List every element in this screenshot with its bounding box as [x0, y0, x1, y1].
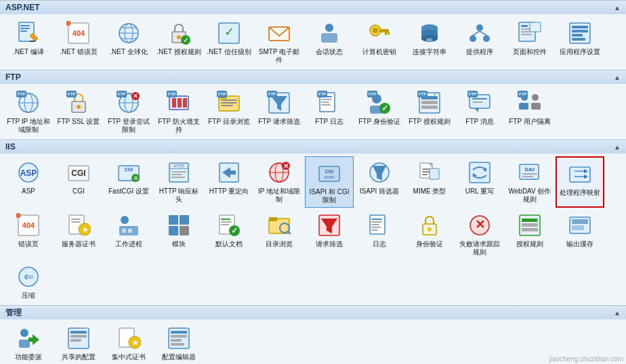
item-http-resp[interactable]: HTTP HTTP 响应标头 — [154, 156, 203, 208]
item-pagecontrols[interactable]: 页面和控件 — [505, 17, 554, 67]
item-ftp-dir[interactable]: FTP FTP 目录浏览 — [205, 87, 253, 137]
svg-rect-82 — [421, 106, 438, 109]
item-ftp-msg[interactable]: FTP FTP 消息 — [455, 87, 504, 137]
item-central-cert[interactable]: ★ 集中式证书 — [104, 322, 153, 364]
icon-box-ftp-filter: FTP — [266, 89, 293, 116]
item-config-editor[interactable]: 配置编辑器 — [154, 322, 203, 364]
item-default-doc[interactable]: ✓ 默认文档 — [205, 209, 253, 259]
svg-text:✓: ✓ — [231, 226, 238, 235]
svg-rect-74 — [321, 104, 331, 106]
item-modules[interactable]: 模块 — [154, 209, 203, 259]
icon-grid-mgmt: 功能委派 ✓ 共享的配置 ★ 集中式证书 配置编辑器 — [0, 319, 626, 364]
label-central-cert: 集中式证书 — [112, 353, 146, 361]
icon-box-error-page: 404 ! — [15, 212, 42, 239]
label-dir-browse: 目录浏览 — [266, 240, 293, 248]
item-isapi-cgi[interactable]: CGIISAPI ISAPI 和 CGI限制 — [305, 156, 354, 208]
item-ip-domain[interactable]: ✕ IP 地址和域限制 — [255, 156, 304, 208]
item-ftp-ssl[interactable]: FTP FTP SSL 设置 — [54, 87, 103, 137]
item-ftp-log[interactable]: FTP FTP 日志 — [305, 87, 354, 137]
section-header-mgmt[interactable]: 管理 ▲ — [0, 306, 626, 319]
item-fastcgi[interactable]: CGI⚙ FastCGI 设置 — [104, 156, 153, 208]
svg-point-170 — [427, 227, 432, 231]
item-req-filter[interactable]: 请求筛选 — [305, 209, 354, 259]
label-http-redir: HTTP 重定向 — [209, 187, 249, 196]
item-log[interactable]: 日志 — [355, 209, 404, 259]
icon-box-modules — [165, 212, 192, 239]
item-ftp-auth[interactable]: ✓ FTP FTP 身份验证 — [355, 87, 404, 137]
section-label-iis: IIS — [5, 142, 16, 152]
item-ftp-perm[interactable]: ✓ FTP FTP 授权规则 — [405, 87, 454, 137]
item-appsettings[interactable]: 应用程序设置 — [556, 17, 604, 67]
svg-rect-21 — [321, 33, 337, 43]
section-header-aspnet[interactable]: ASP.NET ▲ — [0, 1, 626, 14]
svg-rect-72 — [321, 99, 332, 100]
item-dotnet-edit[interactable]: .NET 编译 — [4, 17, 53, 67]
item-worker[interactable]: 工作进程 — [104, 209, 153, 259]
item-error-page[interactable]: 404 ! 错误页 — [4, 209, 53, 259]
icon-box-ftp-ip: FTP — [15, 89, 42, 116]
item-mime[interactable]: MIME 类型 — [405, 156, 454, 208]
svg-rect-142 — [71, 221, 81, 223]
item-http-redir[interactable]: HTTP 重定向 — [205, 156, 253, 208]
label-mime: MIME 类型 — [413, 187, 446, 196]
item-ftp-login[interactable]: ✕ FTP FTP 登录尝试限制 — [104, 87, 153, 137]
item-smtp[interactable]: SMTP 电子邮件 — [255, 17, 304, 67]
item-isapi-filter[interactable]: ISAPI 筛选器 — [355, 156, 404, 208]
icon-box-isapi-cgi: CGIISAPI — [316, 160, 343, 187]
svg-rect-41 — [521, 31, 530, 32]
icon-box-req-filter — [316, 212, 343, 239]
item-asp[interactable]: ASP ASP — [4, 156, 53, 208]
icon-box-failreq: ✕ — [466, 212, 493, 239]
svg-rect-60 — [172, 98, 176, 108]
svg-rect-141 — [71, 219, 81, 220]
collapse-iis[interactable]: ▲ — [614, 143, 621, 151]
item-machinekey[interactable]: 计算机密钥 — [355, 17, 404, 67]
item-connstr[interactable]: ab 连接字符串 — [405, 17, 454, 67]
label-asp: ASP — [22, 187, 35, 196]
svg-text:★: ★ — [132, 339, 139, 346]
section-header-ftp[interactable]: FTP ▲ — [0, 70, 626, 84]
item-dotnet-auth[interactable]: ✓ .NET 授权规则 — [154, 17, 203, 67]
label-webdav: WebDAV 创作规则 — [507, 187, 553, 204]
icon-box-auth — [416, 212, 443, 239]
item-ftp-filter[interactable]: FTP FTP 请求筛选 — [255, 87, 304, 137]
label-compress: 压缩 — [22, 292, 35, 300]
icon-grid-iis: ASP ASP CGI CGI CGI⚙ FastCGI 设置 — [0, 154, 626, 305]
item-cgi[interactable]: CGI CGI — [54, 156, 103, 208]
section-header-iis[interactable]: IIS ▲ — [0, 140, 626, 154]
svg-rect-39 — [521, 25, 528, 27]
item-shared-config[interactable]: ✓ 共享的配置 — [54, 322, 103, 364]
item-url-rewrite[interactable]: URL 重写 — [455, 156, 504, 208]
collapse-aspnet[interactable]: ▲ — [614, 4, 621, 12]
icon-box-ftp-firewall: FTP — [165, 89, 192, 116]
item-server-cert[interactable]: ★ 服务器证书 — [54, 209, 103, 259]
icon-box-dotnet-global — [115, 20, 142, 47]
item-dotnet-error[interactable]: 404 ! .NET 错误页 — [54, 17, 103, 67]
item-compress[interactable]: ⇐ 压缩 — [4, 260, 53, 302]
item-provider[interactable]: 提供程序 — [455, 17, 504, 67]
item-ftp-user[interactable]: FTP FTP 用户隔离 — [505, 87, 554, 137]
icon-box-pagecontrols — [516, 20, 543, 47]
svg-point-23 — [373, 28, 378, 33]
svg-rect-86 — [472, 98, 487, 99]
item-auth[interactable]: 身份验证 — [405, 209, 454, 259]
item-handler[interactable]: 处理程序映射 — [556, 156, 604, 208]
item-dotnet-trust[interactable]: ✓ .NET 信任级别 — [205, 17, 253, 67]
collapse-ftp[interactable]: ▲ — [614, 74, 621, 81]
item-outbuf[interactable]: 输出缓存 — [556, 209, 604, 259]
svg-rect-129 — [522, 173, 537, 175]
svg-rect-26 — [388, 32, 390, 35]
item-dotnet-global[interactable]: .NET 全球化 — [104, 17, 153, 67]
svg-rect-61 — [178, 98, 182, 108]
item-ftp-ip[interactable]: FTP FTP IP 地址和域限制 — [4, 87, 53, 137]
collapse-mgmt[interactable]: ▲ — [614, 309, 621, 317]
label-isapi-filter: ISAPI 筛选器 — [360, 187, 399, 196]
item-session[interactable]: 会话状态 — [305, 17, 354, 67]
item-failreq[interactable]: ✕ 失败请求跟踪规则 — [455, 209, 504, 259]
item-task-delegate[interactable]: 功能委派 — [4, 322, 53, 364]
item-ftp-firewall[interactable]: FTP FTP 防火墙支持 — [154, 87, 203, 137]
svg-text:⇐: ⇐ — [24, 270, 34, 283]
item-webdav[interactable]: DAV WebDAV 创作规则 — [505, 156, 554, 208]
item-authz[interactable]: ✓ 授权规则 — [505, 209, 554, 259]
item-dir-browse[interactable]: 目录浏览 — [255, 209, 304, 259]
